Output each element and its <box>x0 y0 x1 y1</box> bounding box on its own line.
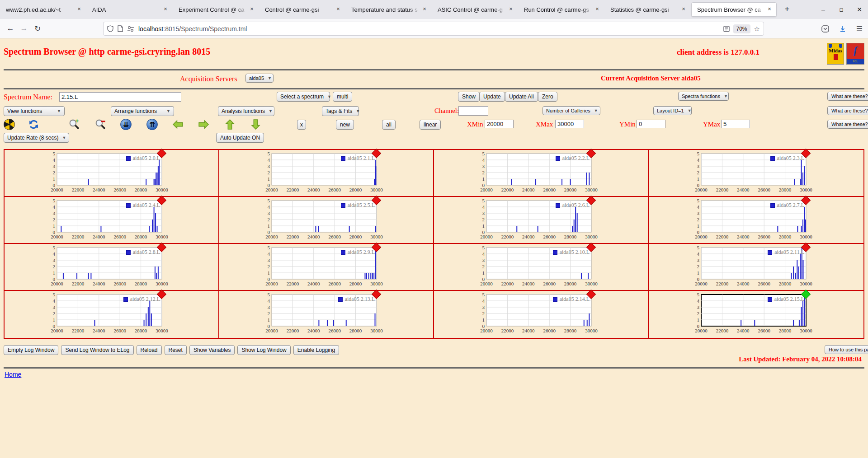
tab-close-icon[interactable]: × <box>334 5 342 14</box>
menu-hamburger-icon[interactable]: ☰ <box>856 24 863 33</box>
tab-close-icon[interactable]: × <box>161 5 170 14</box>
forward-icon[interactable]: → <box>17 24 31 33</box>
tab-close-icon[interactable]: × <box>679 5 688 14</box>
auto-update-button[interactable]: Auto Update ON <box>216 133 264 143</box>
browser-tab[interactable]: Experiment Control @ ca× <box>173 2 259 17</box>
reader-mode-icon[interactable] <box>723 26 730 32</box>
shift-up-icon[interactable]: ⇈ <box>146 119 158 130</box>
what-are-these-button[interactable]: What are these? <box>827 120 868 129</box>
refresh-icon[interactable] <box>28 119 39 130</box>
spectrum-chart[interactable]: 012345200002200024000260002800030000aida… <box>473 198 599 243</box>
view-functions-dropdown[interactable]: View functions▼ <box>4 106 65 116</box>
page-icon[interactable] <box>118 25 123 32</box>
number-of-galleries-dropdown[interactable]: Number of Galleries▼ <box>542 106 600 115</box>
zoom-level-badge[interactable]: 70% <box>733 24 750 33</box>
spectrum-chart[interactable]: 012345200002200024000260002800030000aida… <box>473 245 599 290</box>
tab-close-icon[interactable]: × <box>75 5 83 14</box>
spectrum-panel[interactable]: 012345200002200024000260002800030000aida… <box>434 244 649 291</box>
downloads-icon[interactable] <box>839 25 846 33</box>
zoom-in-icon[interactable]: + <box>69 119 80 130</box>
spectrum-chart[interactable]: 012345200002200024000260002800030000aida… <box>258 245 385 290</box>
empty-log-window-button[interactable]: Empty Log Window <box>4 345 58 355</box>
spectrum-panel[interactable]: 012345200002200024000260002800030000aida… <box>219 244 434 291</box>
tcl-logo[interactable]: f TCL <box>846 43 864 65</box>
spectrum-panel[interactable]: 012345200002200024000260002800030000aida… <box>434 150 649 197</box>
window-minimize-icon[interactable]: – <box>819 6 827 13</box>
spectrum-name-input[interactable] <box>59 92 181 102</box>
spectrum-panel[interactable]: 012345200002200024000260002800030000aida… <box>649 197 863 244</box>
xmax-input[interactable] <box>555 120 584 128</box>
reload-button[interactable]: Reload <box>137 345 162 355</box>
url-bar[interactable]: localhost:8015/Spectrum/Spectrum.tml 70%… <box>103 22 764 36</box>
browser-tab[interactable]: Temperature and status s× <box>346 2 431 17</box>
spectrum-panel[interactable]: 012345200002200024000260002800030000aida… <box>5 150 219 197</box>
enable-logging-button[interactable]: Enable Logging <box>293 345 339 355</box>
layout-id-dropdown[interactable]: Layout ID=1▼ <box>653 106 692 115</box>
spectrum-panel[interactable]: 012345200002200024000260002800030000aida… <box>434 291 649 338</box>
all-button[interactable]: all <box>382 120 396 130</box>
spectrum-chart[interactable]: 012345200002200024000260002800030000aida… <box>473 292 599 337</box>
tab-close-icon[interactable]: × <box>248 5 256 14</box>
spectra-functions-dropdown[interactable]: Spectra functions▼ <box>678 92 729 101</box>
browser-tab[interactable]: Spectrum Browser @ ca× <box>691 2 777 17</box>
show-log-window-button[interactable]: Show Log Window <box>237 345 290 355</box>
spectrum-chart[interactable]: 012345200002200024000260002800030000aida… <box>688 198 814 243</box>
midas-logo[interactable]: Midas <box>827 43 844 65</box>
x-projection-button[interactable]: x <box>297 120 306 130</box>
spectrum-chart[interactable]: 012345200002200024000260002800030000aida… <box>43 292 170 337</box>
linear-button[interactable]: linear <box>420 120 441 130</box>
spectrum-chart[interactable]: 012345200002200024000260002800030000aida… <box>473 151 599 196</box>
reload-icon[interactable]: ↻ <box>31 24 44 33</box>
browser-tab[interactable]: ASIC Control @ carme-g× <box>432 2 518 17</box>
spectrum-panel[interactable]: 012345200002200024000260002800030000aida… <box>219 197 434 244</box>
bookmark-star-icon[interactable]: ☆ <box>754 25 760 33</box>
back-icon[interactable]: ← <box>4 24 17 33</box>
xmin-input[interactable] <box>485 120 514 128</box>
browser-tab[interactable]: Control @ carme-gsi× <box>259 2 345 17</box>
browser-tab[interactable]: AIDA× <box>87 2 172 17</box>
tab-close-icon[interactable]: × <box>420 5 429 14</box>
spectrum-chart[interactable]: 012345200002200024000260002800030000aida… <box>258 151 385 196</box>
new-tab-button[interactable]: + <box>781 3 793 16</box>
spectrum-panel[interactable]: 012345200002200024000260002800030000aida… <box>5 291 219 338</box>
move-up-icon[interactable] <box>224 119 236 130</box>
spectrum-panel[interactable]: 012345200002200024000260002800030000aida… <box>5 244 219 291</box>
spectrum-panel[interactable]: 012345200002200024000260002800030000aida… <box>219 291 434 338</box>
spectrum-chart[interactable]: 012345200002200024000260002800030000aida… <box>688 151 814 196</box>
update-button[interactable]: Update <box>479 92 505 102</box>
how-to-use-button[interactable]: How to use this page <box>825 345 868 354</box>
update-all-button[interactable]: Update All <box>505 92 538 102</box>
zoom-out-icon[interactable] <box>95 119 106 130</box>
show-button[interactable]: Show <box>458 92 480 102</box>
acquisition-server-select[interactable]: aida05▼ <box>245 74 274 83</box>
spectrum-chart[interactable]: 012345200002200024000260002800030000aida… <box>258 198 385 243</box>
move-left-icon[interactable] <box>172 119 184 130</box>
send-log-window-to-elog-button[interactable]: Send Log Window to ELog <box>61 345 133 355</box>
reset-button[interactable]: Reset <box>165 345 187 355</box>
show-variables-button[interactable]: Show Variables <box>189 345 235 355</box>
update-rate-dropdown[interactable]: Update Rate (8 secs)▼ <box>4 133 69 143</box>
spectrum-panel[interactable]: 012345200002200024000260002800030000aida… <box>649 244 863 291</box>
shield-icon[interactable] <box>107 25 113 32</box>
browser-tab[interactable]: Run Control @ carme-gs× <box>519 2 604 17</box>
ymax-input[interactable] <box>721 120 750 128</box>
move-right-icon[interactable] <box>198 119 209 130</box>
pocket-icon[interactable] <box>821 25 829 33</box>
tab-close-icon[interactable]: × <box>765 5 774 14</box>
window-maximize-icon[interactable]: ◻ <box>837 7 845 13</box>
tab-close-icon[interactable]: × <box>593 5 601 14</box>
spectrum-chart[interactable]: 012345200002200024000260002800030000aida… <box>258 292 385 337</box>
spectrum-panel[interactable]: 012345200002200024000260002800030000aida… <box>649 291 863 338</box>
spectrum-chart[interactable]: 012345200002200024000260002800030000aida… <box>688 245 814 290</box>
permissions-icon[interactable] <box>127 26 134 32</box>
select-spectrum-dropdown[interactable]: Select a spectrum▼ <box>277 92 330 102</box>
browser-tab[interactable]: Statistics @ carme-gsi× <box>605 2 690 17</box>
analysis-functions-dropdown[interactable]: Analysis functions▼ <box>218 106 274 116</box>
spectrum-chart[interactable]: 012345200002200024000260002800030000aida… <box>43 151 170 196</box>
new-button[interactable]: new <box>336 120 354 130</box>
what-are-these-button[interactable]: What are these? <box>827 106 868 115</box>
multi-button[interactable]: multi <box>333 92 352 102</box>
spectrum-panel[interactable]: 012345200002200024000260002800030000aida… <box>219 150 434 197</box>
move-down-icon[interactable] <box>250 119 261 130</box>
channel-input[interactable] <box>458 106 488 116</box>
